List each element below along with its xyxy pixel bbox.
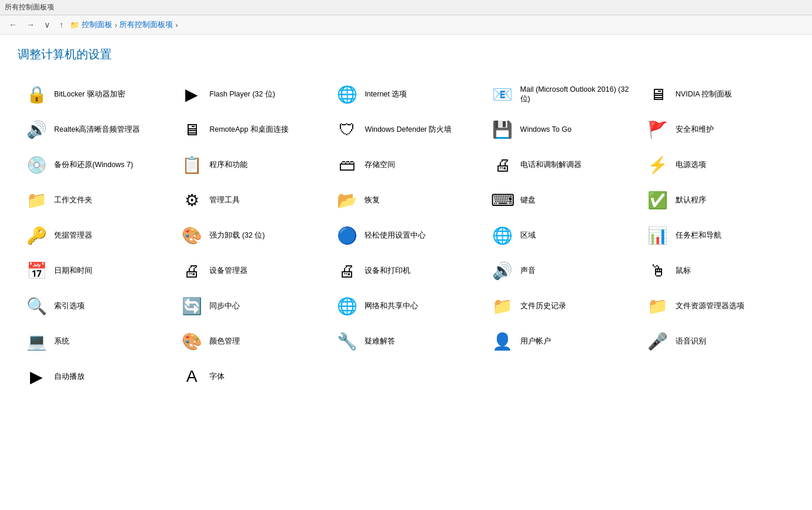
- power-label: 电源选项: [676, 160, 706, 169]
- control-item-filehistory[interactable]: 📁文件历史记录: [484, 288, 639, 324]
- index-icon: 🔍: [25, 294, 48, 318]
- user-label: 用户帐户: [520, 336, 551, 346]
- breadcrumb: 📁 控制面板 › 所有控制面板项 ›: [70, 19, 178, 30]
- control-item-datetime[interactable]: 📅日期和时间: [18, 253, 173, 288]
- control-item-programs[interactable]: 📋程序和功能: [173, 147, 328, 182]
- control-item-device[interactable]: 🖨设备管理器: [173, 253, 328, 288]
- taskbar-icon: 📊: [646, 224, 670, 247]
- printer-label: 设备和打印机: [365, 266, 410, 275]
- backup-icon: 💿: [25, 153, 48, 176]
- control-item-nvidia[interactable]: 🖥NVIDIA 控制面板: [639, 76, 794, 112]
- control-item-keyboard[interactable]: ⌨键盘: [484, 182, 639, 218]
- control-item-region[interactable]: 🌐区域: [484, 218, 639, 253]
- sound-label: 声音: [520, 266, 536, 275]
- up-button[interactable]: ↑: [56, 19, 66, 31]
- control-item-sound[interactable]: 🔊声音: [484, 253, 639, 288]
- index-label: 索引选项: [54, 301, 85, 311]
- control-item-manage[interactable]: ⚙管理工具: [173, 182, 328, 218]
- backup-label: 备份和还原(Windows 7): [54, 160, 133, 169]
- control-item-power[interactable]: ⚡电源选项: [639, 147, 794, 182]
- speech-icon: 🎤: [646, 329, 670, 353]
- back-button[interactable]: ←: [6, 19, 20, 31]
- defender-label: Windows Defender 防火墙: [365, 125, 452, 134]
- manage-label: 管理工具: [209, 195, 240, 205]
- keyboard-label: 键盘: [520, 195, 536, 205]
- credential-icon: 🔑: [25, 224, 48, 247]
- control-item-bitlocker[interactable]: 🔒BitLocker 驱动器加密: [18, 76, 173, 112]
- control-item-printer[interactable]: 🖨设备和打印机: [328, 253, 483, 288]
- control-item-network[interactable]: 🌐网络和共享中心: [328, 288, 483, 324]
- title-text: 所有控制面板项: [5, 3, 54, 11]
- control-item-internet[interactable]: 🌐Internet 选项: [328, 76, 483, 112]
- control-item-credential[interactable]: 🔑凭据管理器: [18, 218, 173, 253]
- remoteapp-label: RemoteApp 和桌面连接: [209, 125, 288, 134]
- content-area: 调整计算机的设置 🔒BitLocker 驱动器加密▶Flash Player (…: [0, 35, 812, 406]
- nvidia-label: NVIDIA 控制面板: [676, 89, 732, 99]
- control-item-user[interactable]: 👤用户帐户: [484, 324, 639, 359]
- programs-label: 程序和功能: [209, 160, 248, 169]
- filehistory-icon: 📁: [491, 294, 514, 318]
- system-icon: 💻: [25, 329, 48, 353]
- control-item-mouse[interactable]: 🖱鼠标: [639, 253, 794, 288]
- filehistory-label: 文件历史记录: [520, 301, 566, 311]
- mail-label: Mail (Microsoft Outlook 2016) (32 位): [520, 85, 632, 104]
- internet-icon: 🌐: [335, 82, 359, 106]
- control-item-color[interactable]: 🎨颜色管理: [173, 324, 328, 359]
- autoplay-label: 自动播放: [54, 372, 85, 381]
- bitlocker-label: BitLocker 驱动器加密: [54, 89, 125, 99]
- mouse-label: 鼠标: [676, 266, 691, 275]
- control-item-ease[interactable]: 🔵轻松使用设置中心: [328, 218, 483, 253]
- credential-label: 凭据管理器: [54, 231, 92, 240]
- control-item-taskbar[interactable]: 📊任务栏和导航: [639, 218, 794, 253]
- realtek-label: Realtek高清晰音频管理器: [54, 125, 140, 134]
- recover-icon: 📂: [335, 188, 359, 212]
- control-item-security[interactable]: 🚩安全和维护: [639, 112, 794, 147]
- control-item-backup[interactable]: 💿备份和还原(Windows 7): [18, 147, 173, 182]
- security-icon: 🚩: [646, 118, 670, 141]
- control-item-fileexplorer[interactable]: 📁文件资源管理器选项: [639, 288, 794, 324]
- control-item-autoplay[interactable]: ▶自动播放: [18, 359, 173, 394]
- breadcrumb-allitems[interactable]: 所有控制面板项: [119, 19, 173, 30]
- region-label: 区域: [520, 231, 536, 240]
- trouble-label: 疑难解答: [365, 336, 395, 346]
- control-item-storage[interactable]: 🗃存储空间: [328, 147, 483, 182]
- control-item-sync[interactable]: 🔄同步中心: [173, 288, 328, 324]
- control-item-defender[interactable]: 🛡Windows Defender 防火墙: [328, 112, 483, 147]
- forward-button[interactable]: →: [24, 19, 38, 31]
- dropdown-button[interactable]: ∨: [41, 19, 53, 31]
- control-item-recover[interactable]: 📂恢复: [328, 182, 483, 218]
- default-icon: ✅: [646, 188, 670, 212]
- control-item-system[interactable]: 💻系统: [18, 324, 173, 359]
- workfolder-icon: 📁: [25, 188, 48, 212]
- bitlocker-icon: 🔒: [25, 82, 48, 106]
- uninstall-label: 强力卸载 (32 位): [209, 231, 265, 240]
- power-icon: ⚡: [646, 153, 670, 176]
- control-item-phone[interactable]: 🖨电话和调制解调器: [484, 147, 639, 182]
- system-label: 系统: [54, 336, 69, 346]
- control-item-font[interactable]: A字体: [173, 359, 328, 394]
- control-item-flash[interactable]: ▶Flash Player (32 位): [173, 76, 328, 112]
- uninstall-icon: 🎨: [180, 224, 203, 247]
- sound-icon: 🔊: [491, 259, 514, 282]
- color-icon: 🎨: [180, 329, 203, 353]
- default-label: 默认程序: [676, 195, 706, 205]
- flash-icon: ▶: [180, 82, 203, 106]
- control-item-mail[interactable]: 📧Mail (Microsoft Outlook 2016) (32 位): [484, 76, 639, 112]
- control-item-speech[interactable]: 🎤语音识别: [639, 324, 794, 359]
- control-item-index[interactable]: 🔍索引选项: [18, 288, 173, 324]
- windowstogo-label: Windows To Go: [520, 125, 572, 134]
- defender-icon: 🛡: [335, 118, 359, 141]
- control-item-remoteapp[interactable]: 🖥RemoteApp 和桌面连接: [173, 112, 328, 147]
- phone-label: 电话和调制解调器: [520, 160, 582, 169]
- control-item-workfolder[interactable]: 📁工作文件夹: [18, 182, 173, 218]
- keyboard-icon: ⌨: [491, 188, 514, 212]
- breadcrumb-controlpanel[interactable]: 控制面板: [82, 19, 112, 30]
- workfolder-label: 工作文件夹: [54, 195, 92, 205]
- control-item-default[interactable]: ✅默认程序: [639, 182, 794, 218]
- control-item-uninstall[interactable]: 🎨强力卸载 (32 位): [173, 218, 328, 253]
- control-item-windowstogo[interactable]: 💾Windows To Go: [484, 112, 639, 147]
- control-item-realtek[interactable]: 🔊Realtek高清晰音频管理器: [18, 112, 173, 147]
- device-icon: 🖨: [180, 259, 203, 282]
- control-item-trouble[interactable]: 🔧疑难解答: [328, 324, 483, 359]
- sync-label: 同步中心: [209, 301, 240, 311]
